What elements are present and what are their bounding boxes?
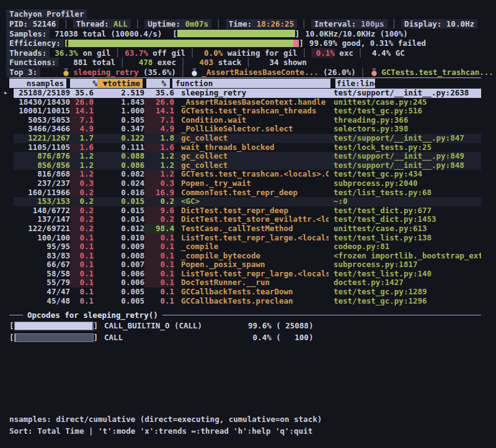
cell-file-line: test/test_dict.py:677 (329, 206, 481, 216)
table-row[interactable]: 816/868 1.2 0.082 1.2 GCTests.test_trash… (14, 170, 481, 179)
threads-segments: 36.3% on gil │ 63.7% off gil │ 0.0% wait… (55, 48, 405, 58)
selected-row-marker: ▸ (4, 89, 8, 98)
table-row[interactable]: 5053/5053 7.1 0.505 7.1 Condition.wait t… (14, 116, 481, 125)
top3-line: Top 3: sleeping_retry (35.6%) │ _AssertR… (6, 67, 496, 77)
cell-function: CommonTest.test_repr_deep (174, 188, 329, 198)
footer-keybindings: Sort: Total Time | 't':mode 'x':trends ↔… (9, 426, 312, 436)
table-row[interactable]: 1221/1267 1.7 0.122 1.8 gc_collect test/… (14, 134, 481, 143)
table-row[interactable]: 3466/3466 4.9 0.347 4.9 _PollLikeSelecto… (14, 125, 481, 134)
opcode-stat: 0.4% ( 100) (248, 333, 322, 342)
status-item-label: Interval: (314, 19, 361, 29)
threads-value-label: on gil (78, 48, 111, 58)
cell-direct-pct: 1.2 (70, 170, 94, 179)
close-bracket: ] (299, 38, 304, 48)
cell-tottime: 0.007 (94, 260, 144, 270)
cell-nsamples: 18430/18430 (14, 98, 70, 107)
table-row[interactable]: 237/237 0.3 0.024 0.3 Popen._try_wait su… (14, 179, 481, 188)
table-row[interactable]: 25188/25189 35.6 2.519 35.6 sleeping_ret… (14, 89, 481, 98)
cell-nsamples: 95/95 (14, 242, 70, 252)
opcode-row: []CALL_BUILTIN_O (CALL)99.6% ( 25088) (9, 320, 481, 331)
samples-bar-fill (177, 30, 295, 37)
cell-tottime: 1.843 (94, 98, 144, 107)
separator: │ (298, 48, 312, 58)
table-row[interactable]: 58/58 0.1 0.006 0.1 ListTest.test_repr_l… (14, 270, 481, 279)
cell-file-line: unittest/case.py:613 (329, 224, 481, 234)
table-row[interactable]: 1105/1105 1.6 0.111 1.6 wait_threads_blo… (14, 143, 481, 152)
table-row[interactable]: 18430/18430 26.0 1.843 26.0 _AssertRaise… (14, 98, 481, 107)
bronze-medal-icon (370, 68, 378, 76)
status-item-label: Display: (404, 19, 446, 29)
opcode-name: CALL_BUILTIN_O (CALL) (104, 321, 248, 330)
table-row[interactable]: 83/83 0.1 0.008 0.1 _compile_bytecode <f… (14, 252, 481, 261)
open-bracket: [ (172, 29, 177, 38)
open-bracket: [ (9, 333, 14, 342)
table-row[interactable]: 122/69721 0.2 0.012 98.4 TestCase._callT… (14, 224, 481, 234)
opcode-progress-bar (14, 322, 94, 330)
cell-nsamples: 100/100 (14, 234, 70, 243)
samples-label: Samples: (6, 29, 50, 38)
status-item-value: 100µs (361, 19, 384, 29)
table-row[interactable]: 137/147 0.2 0.014 0.2 DictTest.test_stor… (14, 215, 481, 224)
cell-tottime: 1.000 (94, 107, 144, 116)
functions-value-label: stack (213, 58, 241, 67)
cell-cumulative-pct: 0.1 (144, 297, 174, 306)
opcode-name: CALL (104, 333, 248, 342)
table-row[interactable]: 45/48 0.1 0.005 0.1 GCCallbackTests.prec… (14, 297, 481, 306)
table-row[interactable]: 153/153 0.2 0.015 0.2 <GC> ~:0 (14, 197, 481, 206)
cell-file-line: test/support/__init__.py:849 (329, 152, 481, 161)
table-row[interactable]: 100/100 0.1 0.010 0.1 ListTest.test_repr… (14, 234, 481, 243)
cell-cumulative-pct: 35.6 (144, 89, 174, 98)
cell-cumulative-pct: 0.1 (144, 288, 174, 297)
threads-line: Threads: 36.3% on gil │ 63.7% off gil │ … (6, 48, 405, 58)
column-header-pct2[interactable]: % (146, 79, 170, 88)
functions-value-label: shown (279, 58, 307, 67)
top3-function-name[interactable]: sleeping_retry (73, 68, 138, 77)
table-row[interactable]: 10001/10015 14.1 1.000 14.1 GCTests.test… (14, 107, 481, 116)
column-header-tottime-sorted[interactable]: ▼tottime (97, 79, 143, 88)
cell-cumulative-pct: 0.3 (144, 179, 174, 188)
table-row[interactable]: 856/856 1.2 0.086 1.2 gc_collect test/su… (14, 161, 481, 170)
cell-function: _compile (174, 242, 329, 252)
cell-tottime: 0.086 (94, 161, 144, 170)
cell-function: gc_collect (174, 161, 329, 170)
cell-tottime: 0.024 (94, 179, 144, 188)
functions-value: 34 (255, 58, 279, 67)
functions-label: Functions: (6, 58, 59, 67)
table-row[interactable]: 148/6772 0.2 0.015 9.6 DictTest.test_rep… (14, 206, 481, 216)
cell-file-line: <frozen importlib._bootstrap_externa (329, 252, 481, 261)
footer-legend: nsamples: direct/cumulative (direct=exec… (9, 414, 322, 424)
cell-nsamples: 3466/3466 (14, 125, 70, 134)
cell-nsamples: 66/67 (14, 260, 70, 270)
table-row[interactable]: 876/876 1.2 0.088 1.2 gc_collect test/su… (14, 152, 481, 161)
status-item-label: Thread: (76, 19, 113, 29)
cell-file-line: selectors.py:398 (329, 125, 481, 134)
cell-cumulative-pct: 1.2 (144, 152, 174, 161)
cell-function: Popen._try_wait (174, 179, 329, 188)
status-item-value: 18:26:25 (257, 19, 294, 29)
cell-tottime: 0.505 (94, 116, 144, 125)
top3-function-name[interactable]: _AssertRaisesBaseConte... (202, 68, 318, 77)
functions-value-label: total (87, 58, 115, 67)
cell-tottime: 0.012 (94, 224, 144, 234)
cell-function: gc_collect (174, 134, 329, 143)
cell-cumulative-pct: 0.1 (144, 270, 174, 279)
cell-file-line: test/support/__init__.py:848 (329, 161, 481, 170)
table-row[interactable]: 47/47 0.1 0.005 0.1 GCCallbackTests.tear… (14, 288, 481, 297)
gold-medal-icon (62, 68, 70, 76)
top3-function-name[interactable]: GCTests.test_trashcan... (381, 68, 494, 77)
table-row[interactable]: 95/95 0.1 0.009 0.1 _compile codeop.py:8… (14, 242, 481, 252)
table-row[interactable]: 160/11966 0.2 0.016 16.9 CommonTest.test… (14, 188, 481, 198)
table-row[interactable]: 55/79 0.1 0.006 0.1 DocTestRunner.__run … (14, 278, 481, 288)
efficiency-label: Efficiency: (6, 38, 64, 48)
column-header-file[interactable]: file:line (335, 79, 375, 88)
cell-file-line: codeop.py:81 (329, 242, 481, 252)
table-row[interactable]: 66/67 0.1 0.007 0.1 Popen._posix_spawn s… (14, 260, 481, 270)
separator: │ (115, 58, 130, 67)
top3-function-pct: (35.6%) (139, 68, 176, 77)
cell-direct-pct: 1.7 (70, 134, 94, 143)
column-header-function[interactable]: function (172, 79, 330, 88)
functions-value: 403 (190, 58, 214, 67)
cell-function: ListTest.test_repr_large.<locals>.c... (174, 234, 329, 243)
cell-cumulative-pct: 1.8 (144, 134, 174, 143)
column-header-nsamples[interactable]: nsamples (9, 79, 66, 88)
